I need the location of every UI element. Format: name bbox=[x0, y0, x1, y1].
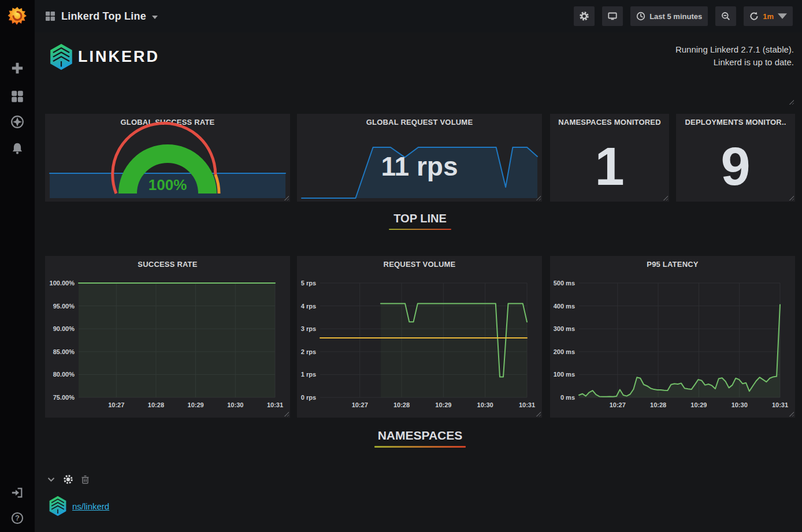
svg-text:500 ms: 500 ms bbox=[554, 280, 575, 287]
deployments-monitored-value: 9 bbox=[676, 131, 795, 202]
svg-text:100 ms: 100 ms bbox=[554, 371, 575, 378]
success-rate-chart[interactable]: 100.00%95.00%90.00%85.00%80.00%75.00%10:… bbox=[45, 256, 290, 418]
panel-resize-handle[interactable] bbox=[284, 411, 289, 416]
sign-in-icon[interactable] bbox=[11, 486, 24, 499]
svg-text:10:28: 10:28 bbox=[650, 401, 666, 408]
svg-text:4 rps: 4 rps bbox=[301, 303, 316, 310]
zoom-out-icon bbox=[721, 12, 730, 21]
svg-text:200 ms: 200 ms bbox=[554, 348, 575, 355]
p95-latency-chart[interactable]: 500 ms400 ms300 ms200 ms100 ms0 ms10:271… bbox=[550, 256, 795, 418]
panel-title[interactable]: NAMESPACES MONITORED bbox=[550, 118, 669, 127]
namespace-row: ns/linkerd bbox=[49, 496, 109, 516]
svg-text:80.00%: 80.00% bbox=[53, 371, 75, 378]
time-range-picker[interactable]: Last 5 minutes bbox=[630, 6, 708, 26]
svg-text:90.00%: 90.00% bbox=[53, 325, 75, 332]
deployments-monitored-panel: DEPLOYMENTS MONITOR.. 9 bbox=[676, 114, 795, 202]
request-volume-chart[interactable]: 5 rps4 rps3 rps2 rps1 rps0 rps10:2710:28… bbox=[297, 256, 542, 418]
namespace-link[interactable]: ns/linkerd bbox=[72, 501, 109, 511]
grafana-logo[interactable] bbox=[7, 6, 28, 27]
alerting-bell-icon[interactable] bbox=[11, 142, 24, 155]
svg-text:0 ms: 0 ms bbox=[560, 394, 575, 401]
linkerd-logo bbox=[49, 43, 73, 70]
svg-text:300 ms: 300 ms bbox=[554, 325, 575, 332]
help-icon[interactable]: ? bbox=[11, 512, 24, 524]
gear-icon bbox=[580, 12, 589, 21]
request-volume-chart-panel: REQUEST VOLUME 5 rps4 rps3 rps2 rps1 rps… bbox=[297, 256, 542, 418]
svg-text:10:29: 10:29 bbox=[435, 401, 451, 408]
dashboard-title[interactable]: Linkerd Top Line bbox=[61, 10, 146, 23]
uptodate-line: Linkerd is up to date. bbox=[675, 56, 794, 69]
namespaces-section-header: NAMESPACES bbox=[45, 429, 795, 448]
linkerd-wordmark: LINKERD bbox=[78, 48, 159, 66]
version-line: Running Linkerd 2.7.1 (stable). bbox=[675, 43, 794, 56]
svg-text:10:31: 10:31 bbox=[772, 401, 788, 408]
linkerd-version-status: Running Linkerd 2.7.1 (stable). Linkerd … bbox=[675, 43, 794, 69]
linkerd-logo-small bbox=[49, 496, 67, 516]
svg-text:10:29: 10:29 bbox=[188, 401, 204, 408]
refresh-button[interactable]: 1m bbox=[744, 6, 793, 26]
namespaces-monitored-panel: NAMESPACES MONITORED 1 bbox=[550, 114, 669, 202]
panel-resize-handle[interactable] bbox=[789, 411, 794, 416]
panel-title[interactable]: DEPLOYMENTS MONITOR.. bbox=[676, 118, 795, 127]
row-collapse-chevron-icon[interactable] bbox=[47, 477, 55, 482]
svg-text:75.00%: 75.00% bbox=[53, 394, 75, 401]
svg-text:10:31: 10:31 bbox=[267, 401, 283, 408]
request-volume-value: 11 rps bbox=[297, 131, 542, 202]
svg-text:2 rps: 2 rps bbox=[301, 348, 316, 355]
add-icon[interactable] bbox=[11, 62, 24, 75]
svg-text:10:28: 10:28 bbox=[148, 401, 164, 408]
svg-text:3 rps: 3 rps bbox=[301, 325, 316, 332]
svg-text:100%: 100% bbox=[148, 176, 187, 194]
row-controls bbox=[47, 475, 89, 484]
zoom-out-button[interactable] bbox=[715, 6, 736, 26]
p95-latency-chart-panel: P95 LATENCY 500 ms400 ms300 ms200 ms100 … bbox=[550, 256, 795, 418]
monitor-icon bbox=[608, 12, 617, 21]
refresh-interval-label: 1m bbox=[763, 12, 774, 21]
dashboards-icon[interactable] bbox=[11, 90, 24, 103]
panel-resize-handle[interactable] bbox=[284, 195, 289, 200]
clock-icon bbox=[636, 12, 645, 21]
top-line-section-header: TOP LINE bbox=[45, 212, 795, 230]
svg-text:10:27: 10:27 bbox=[610, 401, 626, 408]
tv-mode-button[interactable] bbox=[602, 6, 623, 26]
section-underline bbox=[389, 229, 451, 230]
refresh-icon bbox=[749, 12, 759, 21]
svg-text:85.00%: 85.00% bbox=[53, 348, 75, 355]
dashboard-grid-icon bbox=[45, 11, 55, 21]
top-navbar: Linkerd Top Line Last 5 minutes 1m bbox=[35, 0, 802, 32]
svg-text:?: ? bbox=[15, 514, 20, 522]
global-success-rate-panel: GLOBAL SUCCESS RATE 100% bbox=[45, 114, 290, 202]
svg-text:10:30: 10:30 bbox=[477, 401, 493, 408]
svg-text:10:27: 10:27 bbox=[108, 401, 124, 408]
section-underline bbox=[374, 446, 466, 448]
row-delete-trash-icon[interactable] bbox=[81, 475, 89, 484]
svg-text:400 ms: 400 ms bbox=[554, 303, 575, 310]
svg-text:10:30: 10:30 bbox=[732, 401, 748, 408]
sidebar: ? bbox=[0, 0, 35, 532]
panel-resize-handle[interactable] bbox=[789, 99, 794, 105]
title-caret-icon[interactable] bbox=[152, 16, 158, 19]
section-title: NAMESPACES bbox=[45, 429, 795, 442]
namespaces-monitored-value: 1 bbox=[550, 131, 669, 202]
global-request-volume-panel: GLOBAL REQUEST VOLUME 11 rps bbox=[297, 114, 542, 202]
refresh-caret-icon bbox=[778, 12, 787, 21]
success-rate-gauge: 100% bbox=[45, 114, 290, 202]
settings-button[interactable] bbox=[574, 6, 595, 26]
svg-text:100.00%: 100.00% bbox=[50, 280, 75, 287]
section-title: TOP LINE bbox=[45, 212, 795, 225]
row-settings-gear-icon[interactable] bbox=[64, 475, 73, 484]
svg-text:10:27: 10:27 bbox=[352, 401, 368, 408]
grafana-dashboard: ? Linkerd Top Line Last 5 minutes bbox=[0, 0, 802, 532]
time-range-label: Last 5 minutes bbox=[649, 12, 702, 21]
svg-text:10:29: 10:29 bbox=[690, 401, 707, 408]
panel-resize-handle[interactable] bbox=[536, 411, 541, 416]
svg-text:10:28: 10:28 bbox=[393, 401, 410, 408]
svg-text:10:30: 10:30 bbox=[227, 401, 243, 408]
svg-text:1 rps: 1 rps bbox=[301, 371, 316, 378]
svg-text:95.00%: 95.00% bbox=[53, 303, 75, 310]
svg-text:10:31: 10:31 bbox=[519, 401, 535, 408]
svg-text:0 rps: 0 rps bbox=[301, 394, 316, 401]
explore-icon[interactable] bbox=[11, 116, 24, 128]
success-rate-chart-panel: SUCCESS RATE 100.00%95.00%90.00%85.00%80… bbox=[45, 256, 290, 418]
linkerd-header-panel: LINKERD Running Linkerd 2.7.1 (stable). … bbox=[45, 38, 795, 106]
